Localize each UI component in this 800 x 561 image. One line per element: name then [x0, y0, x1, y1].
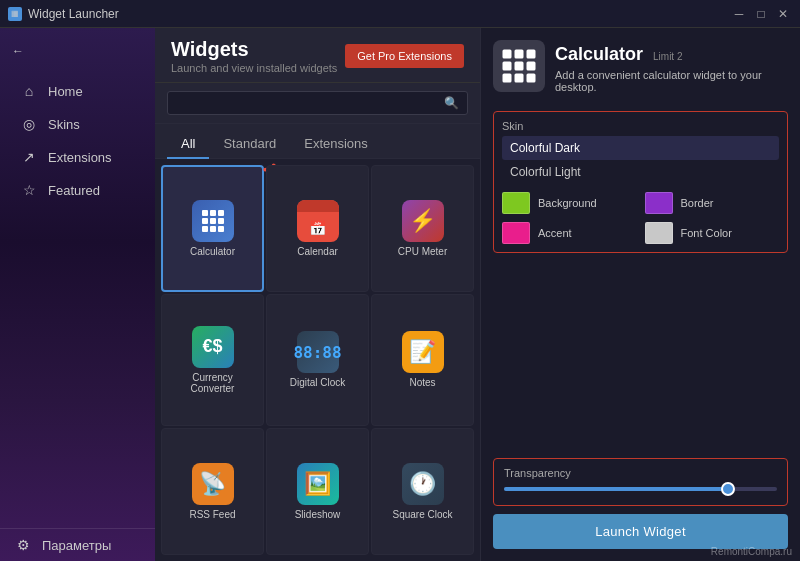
content-area: Widgets Launch and view installed widget… [155, 28, 480, 561]
accent-label: Accent [538, 227, 572, 239]
widgets-subtitle: Launch and view installed widgets [171, 62, 337, 74]
cpumeter-label: CPU Meter [398, 246, 447, 257]
border-label: Border [681, 197, 714, 209]
sidebar-item-home[interactable]: ⌂ Home [6, 75, 149, 107]
maximize-button[interactable]: □ [752, 5, 770, 23]
widget-item-calendar[interactable]: 📅 Calendar [266, 165, 369, 292]
swatch-background: Background [502, 192, 637, 214]
swatch-fontcolor: Font Color [645, 222, 780, 244]
pro-extensions-button[interactable]: Get Pro Extensions [345, 44, 464, 68]
launch-section: Launch Widget ➜ [493, 514, 788, 549]
transparency-slider-track[interactable] [504, 487, 777, 491]
calculator-icon [192, 200, 234, 242]
detail-desc: Add a convenient calculator widget to yo… [555, 69, 788, 93]
swatch-border: Border [645, 192, 780, 214]
launch-widget-button[interactable]: Launch Widget [493, 514, 788, 549]
right-panel: Calculator Limit 2 Add a convenient calc… [480, 28, 800, 561]
skin-section: Skin Colorful Dark Colorful Light Backgr… [493, 111, 788, 253]
widget-item-calculator[interactable]: Calculator ➜ [161, 165, 264, 292]
widgets-title: Widgets [171, 38, 337, 61]
slider-fill [504, 487, 728, 491]
sidebar-nav: ⌂ Home ◎ Skins ↗ Extensions ☆ Featured [0, 64, 155, 528]
sidebar-label-featured: Featured [48, 183, 100, 198]
widget-item-notes[interactable]: 📝 Notes [371, 294, 474, 427]
widget-item-rssfeed[interactable]: 📡 RSS Feed [161, 428, 264, 555]
app-title: Widget Launcher [28, 7, 119, 21]
detail-icon [493, 40, 545, 92]
color-swatches: Background Border Accent Font Color [502, 192, 779, 244]
main-layout: ← ⌂ Home ◎ Skins ↗ Extensions ☆ Featured… [0, 28, 800, 561]
currency-label: Currency Converter [191, 372, 235, 394]
digitalclock-icon: 88:88 [297, 331, 339, 373]
sidebar-item-skins[interactable]: ◎ Skins [6, 108, 149, 140]
notes-icon: 📝 [402, 331, 444, 373]
sidebar-item-extensions[interactable]: ↗ Extensions [6, 141, 149, 173]
title-bar: ▦ Widget Launcher ─ □ ✕ [0, 0, 800, 28]
detail-limit: Limit 2 [653, 51, 682, 62]
squareclock-icon: 🕐 [402, 463, 444, 505]
widgets-title-section: Widgets Launch and view installed widget… [171, 38, 337, 74]
detail-name: Calculator [555, 44, 643, 65]
tab-extensions[interactable]: Extensions [290, 130, 382, 159]
rssfeed-icon: 📡 [192, 463, 234, 505]
accent-swatch[interactable] [502, 222, 530, 244]
notes-label: Notes [409, 377, 435, 388]
transparency-section: Transparency [493, 458, 788, 506]
sidebar-label-skins: Skins [48, 117, 80, 132]
tab-all[interactable]: All [167, 130, 209, 159]
skins-icon: ◎ [20, 116, 38, 132]
squareclock-label: Square Clock [392, 509, 452, 520]
app-icon: ▦ [8, 7, 22, 21]
search-bar: 🔍 [155, 83, 480, 124]
skin-option-light[interactable]: Colorful Light [502, 160, 779, 184]
slider-thumb[interactable] [721, 482, 735, 496]
settings-button[interactable]: ⚙ Параметры [0, 528, 155, 561]
cpumeter-icon: ⚡ [402, 200, 444, 242]
calendar-icon: 📅 [297, 200, 339, 242]
background-swatch[interactable] [502, 192, 530, 214]
extensions-icon: ↗ [20, 149, 38, 165]
sidebar-label-extensions: Extensions [48, 150, 112, 165]
skin-label: Skin [502, 120, 779, 132]
spacer [493, 261, 788, 450]
widget-detail-info: Calculator Limit 2 Add a convenient calc… [555, 40, 788, 93]
fontcolor-label: Font Color [681, 227, 732, 239]
currency-icon: €$ [192, 326, 234, 368]
back-icon: ← [12, 44, 24, 58]
transparency-slider-wrap [504, 487, 777, 491]
widget-item-slideshow[interactable]: 🖼️ Slideshow [266, 428, 369, 555]
home-icon: ⌂ [20, 83, 38, 99]
slideshow-icon: 🖼️ [297, 463, 339, 505]
calendar-label: Calendar [297, 246, 338, 257]
swatch-accent: Accent [502, 222, 637, 244]
border-swatch[interactable] [645, 192, 673, 214]
search-input[interactable] [176, 96, 444, 110]
featured-icon: ☆ [20, 182, 38, 198]
search-input-wrap: 🔍 [167, 91, 468, 115]
tab-standard[interactable]: Standard [209, 130, 290, 159]
background-label: Background [538, 197, 597, 209]
sidebar-label-home: Home [48, 84, 83, 99]
search-icon: 🔍 [444, 96, 459, 110]
calculator-label: Calculator [190, 246, 235, 257]
skin-option-dark[interactable]: Colorful Dark [502, 136, 779, 160]
back-button[interactable]: ← [0, 38, 155, 64]
widget-item-squareclock[interactable]: 🕐 Square Clock [371, 428, 474, 555]
settings-icon: ⚙ [14, 537, 32, 553]
digitalclock-label: Digital Clock [290, 377, 346, 388]
widget-item-digitalclock[interactable]: 88:88 Digital Clock [266, 294, 369, 427]
transparency-label: Transparency [504, 467, 777, 479]
close-button[interactable]: ✕ [774, 5, 792, 23]
sidebar: ← ⌂ Home ◎ Skins ↗ Extensions ☆ Featured… [0, 28, 155, 561]
fontcolor-swatch[interactable] [645, 222, 673, 244]
widget-detail-header: Calculator Limit 2 Add a convenient calc… [493, 40, 788, 93]
sidebar-item-featured[interactable]: ☆ Featured [6, 174, 149, 206]
widget-item-currency[interactable]: €$ Currency Converter [161, 294, 264, 427]
window-controls: ─ □ ✕ [730, 5, 792, 23]
title-bar-left: ▦ Widget Launcher [8, 7, 119, 21]
settings-label: Параметры [42, 538, 111, 553]
tabs: All Standard Extensions [155, 124, 480, 159]
widget-item-cpumeter[interactable]: ⚡ CPU Meter [371, 165, 474, 292]
rssfeed-label: RSS Feed [189, 509, 235, 520]
minimize-button[interactable]: ─ [730, 5, 748, 23]
